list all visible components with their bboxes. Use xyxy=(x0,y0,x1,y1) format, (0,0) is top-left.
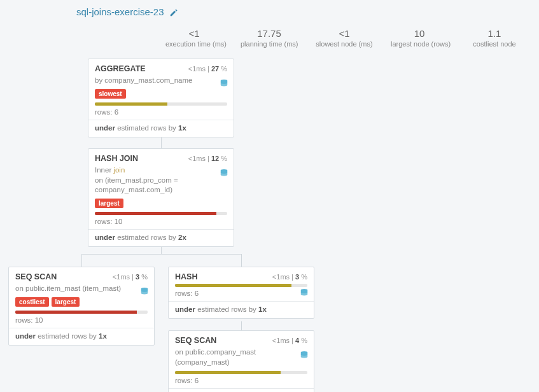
stat-label: slowest node (ms) xyxy=(316,40,373,48)
database-icon[interactable] xyxy=(220,78,228,88)
plan-title-row: sql-joins-exercise-23 xyxy=(76,6,178,17)
stat-label: costliest node xyxy=(466,40,523,48)
database-icon[interactable] xyxy=(300,288,309,297)
stat-costliest: 1.1 costliest node xyxy=(466,28,523,48)
database-icon[interactable] xyxy=(300,350,309,360)
database-icon[interactable] xyxy=(140,286,149,296)
progress-bar xyxy=(95,212,227,215)
estimate-info: under estimated rows by 1x xyxy=(15,332,148,340)
stat-value: 17.75 xyxy=(241,28,298,39)
edit-icon[interactable] xyxy=(169,6,178,17)
rows-info: rows: 6 xyxy=(175,377,307,384)
estimate-info: under estimated rows by 1x xyxy=(175,305,307,313)
stats-bar: <1 execution time (ms) 17.75 planning ti… xyxy=(165,23,533,57)
stat-plan-time: 17.75 planning time (ms) xyxy=(241,28,298,48)
stat-exec-time: <1 execution time (ms) xyxy=(165,28,223,48)
tag-slowest: slowest xyxy=(95,89,126,99)
progress-bar xyxy=(175,371,307,374)
tag-largest: largest xyxy=(52,297,80,307)
connector xyxy=(161,137,162,148)
stat-value: <1 xyxy=(165,28,223,39)
node-name: SEQ SCAN xyxy=(175,336,216,345)
stat-label: largest node (rows) xyxy=(391,40,448,48)
connector xyxy=(241,321,242,330)
node-subtitle: Inner join on (item_mast.pro_com = compa… xyxy=(95,165,227,195)
rows-info: rows: 6 xyxy=(95,108,227,116)
rows-info: rows: 10 xyxy=(95,218,227,225)
node-aggregate[interactable]: AGGREGATE <1ms | 27 % by company_mast.co… xyxy=(88,59,234,137)
progress-bar xyxy=(15,311,148,314)
estimate-info: under estimated rows by 1x xyxy=(95,124,227,132)
estimate-info: under estimated rows by 2x xyxy=(95,234,227,241)
rows-info: rows: 6 xyxy=(175,290,307,297)
progress-bar xyxy=(95,102,227,106)
tag-costliest: costliest xyxy=(15,297,49,307)
stat-value: <1 xyxy=(316,28,373,39)
node-seq-scan-item[interactable]: SEQ SCAN <1ms | 3 % on public.item_mast … xyxy=(8,267,155,346)
node-name: AGGREGATE xyxy=(95,64,146,73)
stat-value: 1.1 xyxy=(466,28,523,39)
node-subtitle: on public.item_mast (item_mast) xyxy=(15,284,148,294)
stat-label: execution time (ms) xyxy=(165,40,223,48)
progress-bar xyxy=(175,284,307,287)
node-name: HASH JOIN xyxy=(95,154,138,163)
database-icon[interactable] xyxy=(220,168,228,178)
node-subtitle: by company_mast.com_name xyxy=(95,76,227,86)
stat-largest: 10 largest node (rows) xyxy=(391,28,448,48)
node-meta: <1ms | 3 % xyxy=(272,273,307,281)
node-meta: <1ms | 4 % xyxy=(272,337,307,344)
plan-title: sql-joins-exercise-23 xyxy=(76,6,164,17)
connector xyxy=(81,254,242,267)
rows-info: rows: 10 xyxy=(15,316,148,324)
stat-value: 10 xyxy=(391,28,448,39)
node-subtitle: on public.company_mast (company_mast) xyxy=(175,347,307,367)
node-hash[interactable]: HASH <1ms | 3 % rows: 6 under estimated … xyxy=(168,267,314,319)
node-seq-scan-company[interactable]: SEQ SCAN <1ms | 4 % on public.company_ma… xyxy=(168,330,314,392)
node-name: SEQ SCAN xyxy=(15,272,57,281)
node-meta: <1ms | 27 % xyxy=(188,65,227,73)
stat-label: planning time (ms) xyxy=(241,40,298,48)
node-meta: <1ms | 3 % xyxy=(113,273,148,281)
tag-largest: largest xyxy=(95,199,123,208)
node-meta: <1ms | 12 % xyxy=(188,155,227,162)
node-hash-join[interactable]: HASH JOIN <1ms | 12 % Inner join on (ite… xyxy=(88,148,234,247)
node-name: HASH xyxy=(175,272,197,281)
stat-slowest: <1 slowest node (ms) xyxy=(316,28,373,48)
